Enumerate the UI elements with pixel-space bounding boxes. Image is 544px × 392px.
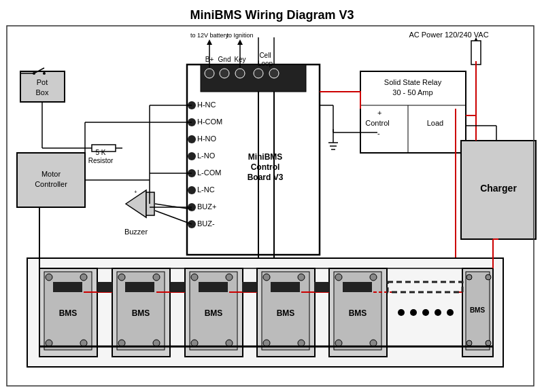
- svg-text:BMS: BMS: [59, 308, 78, 318]
- svg-marker-17: [237, 39, 243, 45]
- svg-text:L-NC: L-NC: [197, 185, 215, 194]
- svg-text:Load: Load: [427, 119, 443, 127]
- svg-rect-152: [170, 282, 185, 292]
- svg-text:to Ignition: to Ignition: [226, 32, 253, 39]
- svg-point-149: [486, 340, 491, 346]
- svg-point-133: [335, 274, 342, 281]
- svg-text:MiniBMS: MiniBMS: [248, 152, 283, 162]
- svg-rect-1: [201, 65, 306, 92]
- svg-point-147: [486, 274, 491, 280]
- svg-point-10: [254, 69, 263, 78]
- svg-text:Motor: Motor: [41, 170, 61, 178]
- wiring-diagram: MiniBMS Wiring Diagram V3 B+ Gnd Key Cel…: [0, 0, 544, 392]
- svg-point-146: [466, 274, 472, 280]
- svg-rect-154: [314, 282, 329, 292]
- svg-text:Control: Control: [365, 119, 389, 127]
- svg-text:L-NO: L-NO: [197, 152, 216, 160]
- svg-point-7: [205, 69, 214, 78]
- svg-rect-68: [471, 41, 481, 65]
- svg-rect-130: [271, 282, 300, 292]
- svg-text:+: +: [134, 189, 137, 195]
- svg-point-21: [188, 152, 196, 160]
- svg-text:Pot: Pot: [37, 78, 48, 86]
- svg-point-125: [263, 274, 270, 281]
- svg-text:to 12V battery: to 12V battery: [190, 32, 229, 39]
- svg-point-143: [447, 309, 454, 316]
- svg-text:H-COM: H-COM: [197, 118, 222, 126]
- svg-text:H-NC: H-NC: [197, 101, 216, 109]
- svg-point-9: [235, 69, 245, 78]
- svg-text:Cell: Cell: [259, 52, 271, 59]
- svg-point-42: [33, 72, 35, 75]
- svg-text:Control: Control: [251, 162, 280, 172]
- svg-text:Buzzer: Buzzer: [124, 228, 148, 236]
- svg-point-134: [370, 274, 377, 281]
- svg-text:+: +: [377, 109, 381, 117]
- svg-text:BMS: BMS: [349, 308, 367, 318]
- svg-text:AC Power 120/240 VAC: AC Power 120/240 VAC: [409, 31, 488, 39]
- svg-text:BMS: BMS: [277, 308, 295, 318]
- svg-point-140: [410, 309, 417, 316]
- svg-point-141: [422, 309, 429, 316]
- svg-point-110: [153, 274, 160, 281]
- svg-text:BUZ+: BUZ+: [197, 202, 216, 211]
- svg-point-118: [226, 274, 233, 281]
- svg-text:Resistor: Resistor: [88, 157, 114, 164]
- svg-point-117: [191, 274, 198, 281]
- svg-point-148: [466, 340, 472, 346]
- svg-point-11: [269, 69, 279, 78]
- svg-rect-151: [97, 282, 112, 292]
- svg-text:BMS: BMS: [205, 308, 223, 318]
- svg-text:30 - 50 Amp: 30 - 50 Amp: [392, 88, 432, 96]
- svg-point-142: [435, 309, 441, 316]
- svg-text:-: -: [377, 129, 380, 137]
- svg-rect-53: [146, 192, 154, 215]
- svg-point-139: [398, 309, 405, 316]
- svg-rect-138: [343, 282, 372, 292]
- svg-point-109: [118, 274, 125, 281]
- svg-text:Gnd: Gnd: [218, 56, 231, 63]
- svg-text:Solid State Relay: Solid State Relay: [384, 78, 442, 86]
- svg-rect-37: [20, 71, 65, 102]
- svg-marker-14: [207, 39, 212, 45]
- svg-text:H-NO: H-NO: [197, 135, 217, 143]
- svg-text:Box: Box: [36, 88, 49, 96]
- svg-point-23: [188, 186, 196, 194]
- svg-point-43: [43, 72, 46, 75]
- svg-rect-106: [53, 282, 82, 292]
- svg-point-8: [220, 69, 229, 78]
- svg-text:BMS: BMS: [470, 306, 486, 314]
- svg-text:BMS: BMS: [132, 308, 150, 318]
- svg-text:5 K: 5 K: [95, 149, 105, 156]
- svg-text:Charger: Charger: [480, 183, 517, 194]
- svg-rect-122: [199, 282, 228, 292]
- svg-text:Loop: Loop: [258, 60, 273, 67]
- svg-point-102: [80, 274, 87, 281]
- svg-text:Controller: Controller: [35, 180, 67, 188]
- svg-rect-153: [242, 282, 257, 292]
- svg-rect-114: [125, 282, 154, 292]
- diagram-title: MiniBMS Wiring Diagram V3: [190, 8, 354, 22]
- svg-text:Board V3: Board V3: [248, 173, 284, 182]
- svg-point-20: [188, 135, 196, 143]
- svg-text:L-COM: L-COM: [197, 168, 221, 177]
- svg-point-101: [46, 274, 52, 281]
- svg-text:BUZ-: BUZ-: [197, 219, 215, 228]
- svg-point-126: [298, 274, 305, 281]
